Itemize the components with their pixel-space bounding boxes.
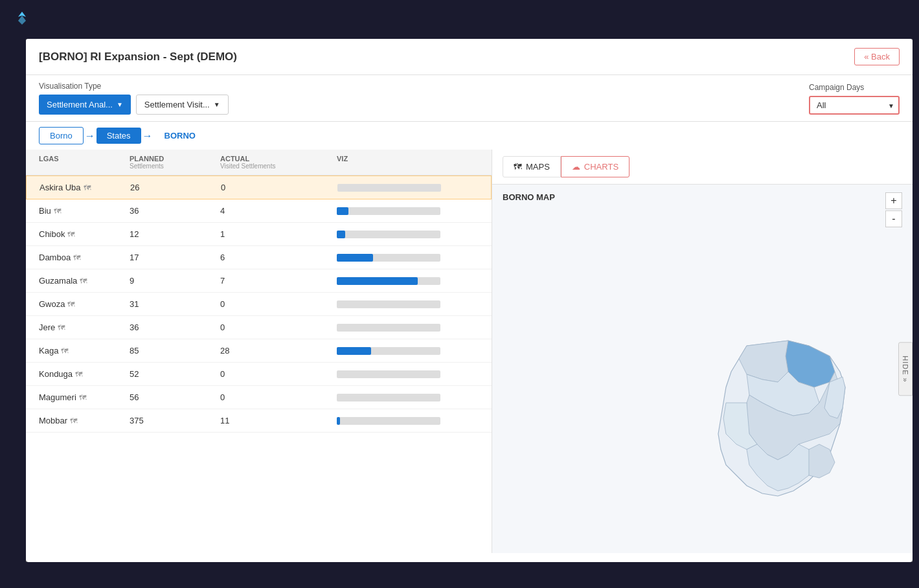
lga-name-cell: Biu 🗺 — [39, 206, 130, 216]
vis-type-label: Visualisation Type — [39, 82, 229, 91]
lga-name-cell: Kaga 🗺 — [39, 346, 130, 356]
campaign-days-label: Campaign Days — [809, 83, 900, 92]
progress-bar-fill — [337, 231, 345, 238]
viz-cell — [337, 417, 479, 425]
breadcrumb-borno[interactable]: Borno — [39, 127, 84, 144]
progress-bar-container — [337, 394, 440, 401]
progress-bar-container — [337, 207, 440, 215]
viz-cell — [337, 347, 479, 355]
settlement-visit-dropdown[interactable]: Settlement Visit... ▼ — [136, 95, 229, 115]
page-title: [BORNO] RI Expansion - Sept (DEMO) — [39, 51, 237, 63]
table-row[interactable]: Chibok 🗺 12 1 — [26, 223, 492, 246]
progress-bar-container — [337, 370, 440, 378]
table-row[interactable]: Damboa 🗺 17 6 — [26, 246, 492, 269]
campaign-days-select[interactable]: All Day 1 Day 2 Day 3 — [809, 96, 900, 115]
progress-bar-container — [337, 347, 440, 355]
progress-bar-container — [337, 254, 440, 262]
settlement-analysis-dropdown[interactable]: Settlement Anal... ▼ — [39, 95, 131, 115]
lga-map-icon: 🗺 — [58, 324, 65, 332]
lga-map-icon: 🗺 — [84, 184, 91, 192]
zoom-out-button[interactable]: - — [885, 210, 902, 227]
actual-cell: 11 — [220, 416, 337, 425]
table-row[interactable]: Jere 🗺 36 0 — [26, 316, 492, 339]
table-row[interactable]: Kaga 🗺 85 28 — [26, 339, 492, 363]
viz-cell — [337, 394, 479, 401]
lga-table-panel: LGAS PLANNED Settlements ACTUAL Visited … — [26, 150, 492, 553]
viz-cell — [337, 207, 479, 215]
breadcrumb-arrow-icon: → — [85, 130, 95, 142]
lga-map-icon: 🗺 — [67, 231, 74, 238]
col-actual-sub: Visited Settlements — [220, 163, 337, 170]
table-row[interactable]: Biu 🗺 36 4 — [26, 199, 492, 223]
actual-cell: 0 — [220, 369, 337, 379]
lga-map-icon: 🗺 — [54, 207, 61, 215]
lga-map-icon: 🗺 — [79, 394, 86, 401]
lga-map-icon: 🗺 — [73, 254, 80, 262]
actual-cell: 1 — [220, 229, 337, 239]
viz-cell — [337, 324, 479, 332]
planned-cell: 85 — [130, 346, 220, 356]
chevron-down-icon: ▼ — [214, 101, 220, 108]
progress-bar-container — [337, 300, 440, 308]
planned-cell: 9 — [130, 276, 220, 286]
breadcrumb-borno-upper: BORNO — [154, 128, 206, 144]
table-row[interactable]: Askira Uba 🗺 26 0 — [26, 175, 492, 199]
progress-bar-fill — [337, 417, 340, 425]
breadcrumb-states[interactable]: States — [96, 128, 141, 144]
lga-map-icon: 🗺 — [80, 277, 87, 285]
table-row[interactable]: Konduga 🗺 52 0 — [26, 363, 492, 386]
tab-charts[interactable]: ☁ CHARTS — [561, 156, 630, 177]
planned-cell: 36 — [130, 322, 220, 332]
col-planned-sub: Settlements — [130, 163, 220, 170]
lga-table-body: Askira Uba 🗺 26 0 Biu 🗺 36 4 — [26, 175, 492, 433]
lga-map-icon: 🗺 — [75, 370, 82, 378]
progress-bar-container — [337, 417, 440, 425]
tab-maps[interactable]: 🗺 MAPS — [503, 156, 561, 177]
table-row[interactable]: Mobbar 🗺 375 11 — [26, 409, 492, 433]
progress-bar-container — [337, 231, 440, 238]
actual-cell: 7 — [220, 276, 337, 286]
actual-cell: 0 — [220, 392, 337, 402]
progress-bar-fill — [337, 207, 348, 215]
table-row[interactable]: Gwoza 🗺 31 0 — [26, 293, 492, 316]
progress-bar-container — [337, 277, 440, 285]
progress-bar-fill — [337, 277, 418, 285]
progress-bar-container — [337, 184, 441, 192]
lga-map-icon: 🗺 — [70, 417, 77, 425]
col-actual: ACTUAL — [220, 155, 337, 163]
actual-cell: 4 — [220, 206, 337, 216]
viz-cell — [337, 231, 479, 238]
progress-bar-fill — [337, 347, 371, 355]
logo-icon — [13, 9, 31, 30]
lga-name-cell: Mobbar 🗺 — [39, 416, 130, 425]
map-area: BORNO MAP + - — [492, 185, 913, 553]
hide-panel-button[interactable]: HIDE » — [898, 342, 913, 396]
planned-cell: 26 — [130, 183, 221, 192]
breadcrumb-arrow-icon: → — [142, 130, 153, 142]
viz-cell — [337, 277, 479, 285]
table-row[interactable]: Magumeri 🗺 56 0 — [26, 386, 492, 409]
chart-tab-icon: ☁ — [572, 162, 580, 172]
lga-name-cell: Jere 🗺 — [39, 322, 130, 332]
actual-cell: 0 — [220, 322, 337, 332]
planned-cell: 17 — [130, 253, 220, 262]
viz-cell — [337, 300, 479, 308]
back-button[interactable]: « Back — [854, 48, 900, 65]
planned-cell: 12 — [130, 229, 220, 239]
actual-cell: 28 — [220, 346, 337, 356]
progress-bar-container — [337, 324, 440, 332]
chevron-down-icon: ▼ — [117, 101, 123, 108]
zoom-in-button[interactable]: + — [885, 192, 902, 209]
planned-cell: 52 — [130, 369, 220, 379]
col-viz: VIZ — [337, 155, 479, 163]
lga-name-cell: Guzamala 🗺 — [39, 276, 130, 286]
table-row[interactable]: Guzamala 🗺 9 7 — [26, 269, 492, 293]
lga-name-cell: Konduga 🗺 — [39, 369, 130, 379]
col-planned: PLANNED — [130, 155, 220, 163]
col-lgas: LGAS — [39, 155, 130, 163]
actual-cell: 0 — [220, 299, 337, 309]
lga-map-icon: 🗺 — [61, 347, 68, 355]
lga-name-cell: Gwoza 🗺 — [39, 299, 130, 309]
map-tab-icon: 🗺 — [514, 162, 522, 172]
planned-cell: 56 — [130, 392, 220, 402]
